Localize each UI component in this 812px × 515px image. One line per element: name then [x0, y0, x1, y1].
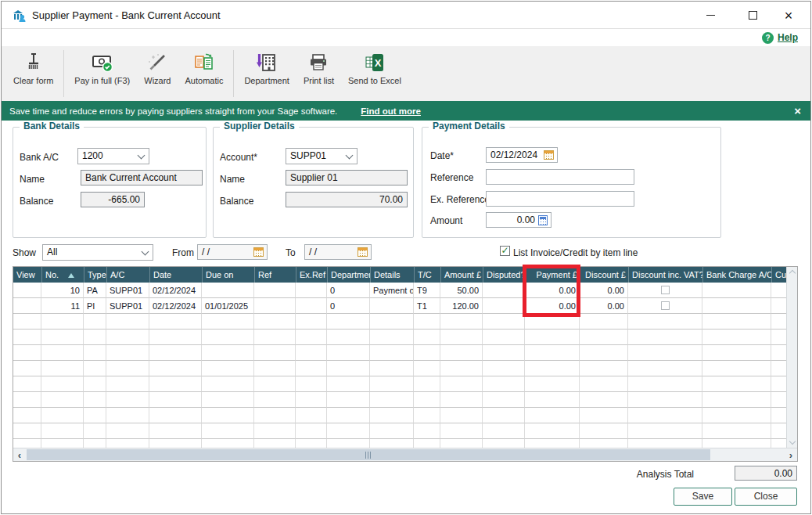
- table-cell[interactable]: T9: [414, 283, 440, 298]
- table-cell: [483, 314, 525, 330]
- table-cell[interactable]: 0.00: [525, 283, 580, 298]
- maximize-button[interactable]: [741, 5, 764, 25]
- table-cell[interactable]: 0.00: [525, 298, 580, 314]
- list-invoice-checkbox[interactable]: [500, 246, 510, 256]
- table-cell[interactable]: [254, 298, 296, 314]
- table-cell[interactable]: [628, 298, 702, 314]
- from-date-field[interactable]: / /: [197, 244, 268, 260]
- column-header[interactable]: Department: [327, 267, 370, 283]
- table-cell[interactable]: 120.00: [440, 298, 483, 314]
- scrollbar-thumb[interactable]: [27, 449, 710, 460]
- column-header[interactable]: Discount inc. VAT?: [628, 267, 702, 283]
- table-cell: [202, 345, 254, 361]
- column-header[interactable]: Type: [84, 267, 106, 283]
- table-cell[interactable]: [702, 283, 771, 298]
- column-header[interactable]: T/C: [414, 267, 440, 283]
- print-list-button[interactable]: Print list: [296, 46, 341, 101]
- table-cell[interactable]: [13, 298, 41, 314]
- table-cell[interactable]: [483, 283, 525, 298]
- banner-close-icon[interactable]: ×: [794, 104, 801, 117]
- table-cell[interactable]: [254, 283, 296, 298]
- table-cell[interactable]: 0.00: [580, 283, 628, 298]
- calendar-icon[interactable]: [253, 247, 264, 257]
- clear-form-button[interactable]: Clear form: [6, 46, 60, 101]
- column-header[interactable]: Discount £: [580, 267, 628, 283]
- scroll-right-icon[interactable]: ›: [785, 448, 797, 461]
- account-combo[interactable]: SUPP01: [286, 148, 357, 164]
- department-button[interactable]: Department: [237, 46, 296, 101]
- table-cell: [149, 345, 202, 361]
- table-cell[interactable]: PI: [84, 298, 106, 314]
- reference-field[interactable]: [486, 169, 634, 185]
- table-cell[interactable]: [296, 298, 327, 314]
- automatic-button[interactable]: Automatic: [178, 46, 231, 101]
- table-cell[interactable]: SUPP01: [106, 283, 149, 298]
- calendar-icon[interactable]: [544, 150, 554, 160]
- wizard-button[interactable]: Wizard: [137, 46, 178, 101]
- ex-reference-field[interactable]: [486, 191, 634, 207]
- column-header[interactable]: A/C: [106, 267, 149, 283]
- table-cell[interactable]: [483, 298, 525, 314]
- table-cell[interactable]: [370, 298, 414, 314]
- table-cell[interactable]: Payment o...: [370, 283, 414, 298]
- column-header[interactable]: Ref: [254, 267, 296, 283]
- table-cell[interactable]: [202, 283, 254, 298]
- close-button[interactable]: ×: [777, 5, 800, 25]
- bank-ac-combo[interactable]: 1200: [77, 148, 149, 164]
- table-cell[interactable]: 01/01/2025: [202, 298, 254, 314]
- save-button[interactable]: Save: [674, 488, 732, 506]
- column-header[interactable]: No.: [41, 267, 84, 283]
- vertical-scrollbar[interactable]: [786, 267, 797, 448]
- close-window-button[interactable]: Close: [735, 488, 797, 506]
- table-cell[interactable]: T1: [414, 298, 440, 314]
- table-cell[interactable]: [13, 283, 41, 298]
- table-cell[interactable]: [771, 283, 787, 298]
- to-label: To: [286, 247, 296, 258]
- amount-field[interactable]: 0.00: [486, 212, 552, 228]
- column-header[interactable]: Amount £: [440, 267, 483, 283]
- horizontal-scrollbar[interactable]: ‹ ›: [13, 448, 797, 461]
- column-header[interactable]: Date: [149, 267, 202, 283]
- column-header[interactable]: Ex.Ref: [296, 267, 327, 283]
- calculator-icon[interactable]: [538, 215, 548, 225]
- table-cell[interactable]: SUPP01: [106, 298, 149, 314]
- column-header[interactable]: View: [13, 267, 41, 283]
- help-link[interactable]: Help: [778, 32, 798, 43]
- send-to-excel-button[interactable]: X Send to Excel: [341, 46, 408, 101]
- column-header[interactable]: Due on: [202, 267, 254, 283]
- date-field[interactable]: 02/12/2024: [486, 147, 558, 163]
- table-cell: [370, 376, 414, 392]
- banner-message: Save time and reduce errors by paying su…: [9, 106, 337, 116]
- column-header[interactable]: Cu: [771, 267, 787, 283]
- discount-inc-vat-checkbox[interactable]: [661, 301, 670, 310]
- table-cell[interactable]: 11: [41, 298, 84, 314]
- table-cell[interactable]: 50.00: [440, 283, 483, 298]
- table-cell[interactable]: [771, 298, 787, 314]
- table-cell[interactable]: PA: [84, 283, 106, 298]
- find-out-more-link[interactable]: Find out more: [361, 106, 421, 116]
- table-cell: [771, 330, 787, 345]
- table-cell[interactable]: 0: [327, 298, 370, 314]
- table-cell[interactable]: 0: [327, 283, 370, 298]
- scroll-left-icon[interactable]: ‹: [13, 448, 26, 461]
- table-cell[interactable]: [702, 298, 771, 314]
- column-header[interactable]: Disputed?: [483, 267, 525, 283]
- pay-in-full-button[interactable]: Pay in full (F3): [67, 46, 137, 101]
- minimize-button[interactable]: [699, 5, 722, 25]
- show-combo[interactable]: All: [42, 244, 153, 261]
- column-header[interactable]: Bank Charge A/C: [702, 267, 771, 283]
- table-row[interactable]: 10PASUPP0102/12/20240Payment o...T950.00…: [13, 283, 787, 298]
- column-header[interactable]: Details: [370, 267, 414, 283]
- table-cell[interactable]: [296, 283, 327, 298]
- column-header[interactable]: Payment £: [525, 267, 580, 283]
- table-cell[interactable]: 02/12/2024: [149, 298, 202, 314]
- discount-inc-vat-checkbox[interactable]: [661, 286, 670, 294]
- table-cell[interactable]: 02/12/2024: [149, 283, 202, 298]
- calendar-icon[interactable]: [357, 247, 368, 257]
- table-row[interactable]: 11PISUPP0102/12/202401/01/20250T1120.000…: [13, 298, 787, 314]
- table-cell: [580, 376, 628, 392]
- table-cell[interactable]: [628, 283, 702, 298]
- table-cell[interactable]: 10: [41, 283, 84, 298]
- to-date-field[interactable]: / /: [304, 244, 372, 260]
- table-cell[interactable]: 0.00: [580, 298, 628, 314]
